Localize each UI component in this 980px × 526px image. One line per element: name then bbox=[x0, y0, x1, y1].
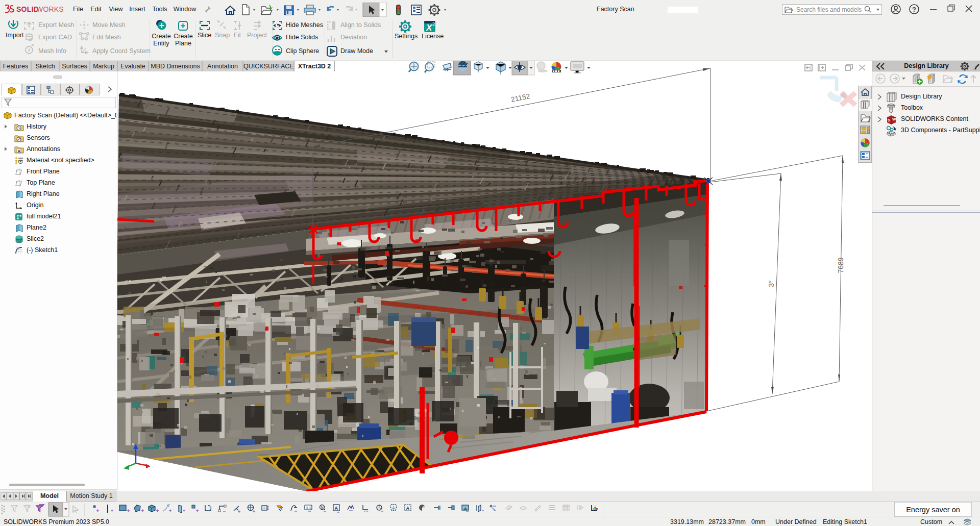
svg-text:3°: 3° bbox=[767, 280, 775, 287]
svg-text:WORKS: WORKS bbox=[36, 5, 64, 13]
svg-text:X: X bbox=[426, 23, 433, 33]
svg-text:?: ? bbox=[912, 6, 916, 13]
svg-text:0.3: 0.3 bbox=[306, 506, 311, 510]
svg-text:7689: 7689 bbox=[837, 257, 845, 273]
svg-text:A: A bbox=[406, 506, 410, 511]
svg-text:2: 2 bbox=[432, 21, 435, 27]
svg-text:N: N bbox=[321, 506, 324, 509]
svg-text:A: A bbox=[18, 149, 21, 154]
svg-text:W: W bbox=[892, 117, 896, 121]
svg-text:SOLID: SOLID bbox=[16, 5, 39, 13]
svg-text:S: S bbox=[888, 118, 891, 122]
svg-text:A: A bbox=[335, 506, 338, 511]
